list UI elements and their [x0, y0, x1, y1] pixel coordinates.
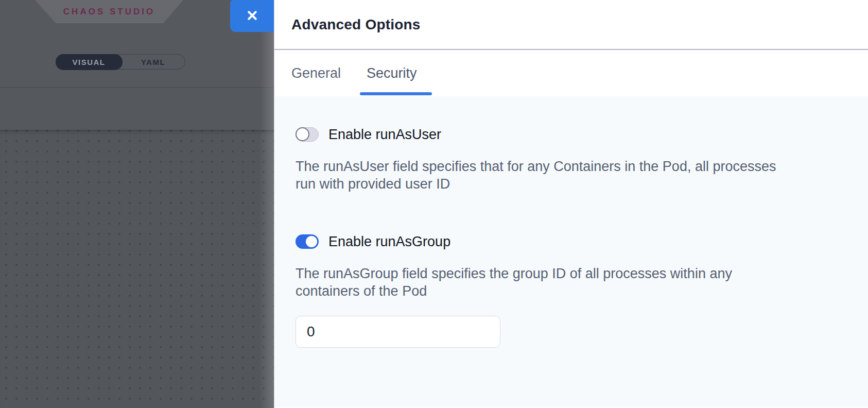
runasgroup-description-line2: containers of the Pod	[296, 282, 843, 300]
brand-title: CHAOS STUDIO	[63, 7, 155, 17]
toggle-knob	[296, 127, 309, 141]
drawer-header: Advanced Options	[274, 0, 868, 50]
toggle-knob	[306, 236, 317, 247]
workflow-canvas	[0, 130, 274, 408]
enable-runasuser-toggle[interactable]	[296, 127, 319, 142]
active-tab-indicator	[360, 92, 432, 95]
runasuser-description-line1: The runAsUser field specifies that for a…	[296, 158, 843, 175]
background-app: CHAOS STUDIO VISUAL YAML	[0, 0, 274, 408]
advanced-options-drawer: Advanced Options General Security Enable…	[274, 0, 868, 408]
security-tab-panel: Enable runAsUser The runAsUser field spe…	[274, 96, 868, 407]
enable-runasuser-label: Enable runAsUser	[328, 127, 441, 143]
run-as-group-row: Enable runAsGroup	[296, 234, 843, 249]
runasgroup-value-input[interactable]	[296, 316, 500, 348]
drawer-tab-bar: General Security	[274, 50, 868, 96]
visual-yaml-switcher: VISUAL YAML	[56, 54, 185, 70]
tab-security[interactable]: Security	[367, 65, 417, 81]
brand-banner: CHAOS STUDIO	[35, 0, 183, 23]
page-title: Advanced Options	[291, 16, 421, 33]
run-as-user-row: Enable runAsUser	[296, 127, 843, 142]
tab-yaml[interactable]: YAML	[121, 55, 185, 69]
tab-visual[interactable]: VISUAL	[56, 54, 123, 70]
close-icon	[245, 8, 259, 24]
runasuser-description-line2: run with provided user ID	[296, 175, 843, 193]
enable-runasgroup-toggle[interactable]	[296, 234, 319, 249]
enable-runasgroup-label: Enable runAsGroup	[328, 234, 450, 250]
tab-general[interactable]: General	[291, 65, 341, 81]
runasgroup-description: The runAsGroup field specifies the group…	[296, 265, 843, 300]
close-drawer-button[interactable]	[230, 0, 274, 32]
runasgroup-description-line1: The runAsGroup field specifies the group…	[296, 265, 843, 282]
background-toolbar	[0, 88, 274, 130]
runasuser-description: The runAsUser field specifies that for a…	[296, 158, 843, 193]
